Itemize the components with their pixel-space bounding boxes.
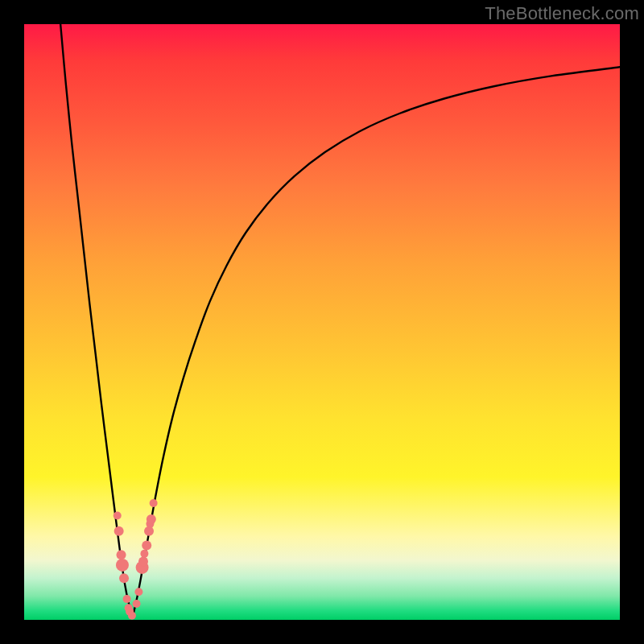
chart-frame: TheBottleneck.com	[0, 0, 644, 644]
data-point	[133, 600, 141, 608]
data-point	[117, 550, 126, 559]
data-point	[114, 526, 124, 536]
data-point	[150, 499, 158, 507]
plot-background	[24, 24, 620, 620]
data-point	[138, 556, 148, 566]
data-point	[147, 514, 156, 524]
data-point	[142, 541, 151, 551]
curve-right-curve	[133, 67, 620, 617]
data-point	[128, 612, 136, 620]
data-point	[134, 588, 142, 596]
data-point	[114, 512, 122, 520]
data-point	[123, 595, 131, 603]
data-point	[140, 550, 148, 558]
data-point	[119, 573, 129, 583]
data-point	[116, 559, 129, 572]
watermark-text: TheBottleneck.com	[485, 3, 639, 24]
chart-svg	[24, 24, 620, 620]
